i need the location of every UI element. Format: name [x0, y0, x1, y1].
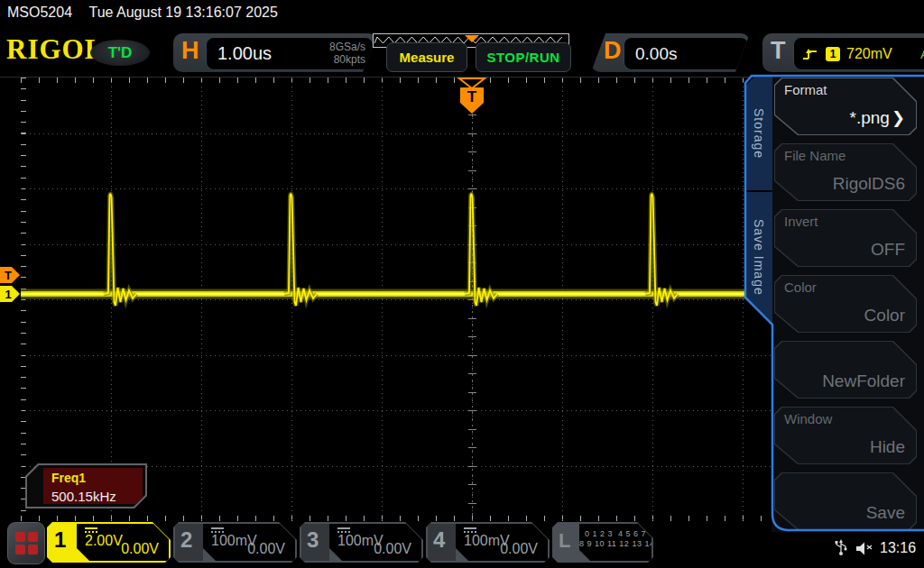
channel-offset: 0.00V: [121, 541, 159, 557]
measurement-freq-box: Freq1 500.15kHz: [25, 463, 147, 508]
dc-coupling-icon: 100mV: [211, 527, 224, 549]
menu-item-save[interactable]: Save: [774, 472, 917, 530]
menu-item-value: OFF: [871, 240, 905, 260]
stop-run-button[interactable]: STOP/RUN: [476, 42, 571, 72]
title-bar: MSO5204 Tue August 19 13:16:07 2025: [7, 5, 924, 34]
trigger-display: 1 720mV A: [793, 37, 924, 70]
model-name: MSO5204: [7, 5, 72, 20]
clock: 13:16: [880, 540, 916, 556]
menu-item-label: Invert: [784, 214, 818, 229]
trigger-level-value: 720mV: [846, 46, 892, 62]
tab-storage[interactable]: Storage: [745, 77, 772, 190]
logic-label: L: [559, 529, 570, 553]
menu-item-label: File Name: [784, 148, 845, 163]
channel-3-box[interactable]: 3 100mV 0.00V: [300, 522, 423, 563]
menu-item-color[interactable]: Color Color: [774, 275, 917, 333]
dc-coupling-icon: 100mV: [337, 527, 350, 549]
channel-readout: 100mV 0.00V: [329, 524, 421, 561]
menu-item-value: *.png❯: [850, 108, 905, 128]
channel-number: 2: [180, 527, 192, 553]
menu-item-label: Format: [784, 82, 827, 97]
sample-rate: 8GSa/s: [329, 41, 365, 53]
logic-row1: 0 1 2 3 4 5 6 7: [579, 529, 651, 539]
measurement-name: Freq1: [51, 471, 143, 485]
rigol-logo: RIGOL: [6, 33, 104, 66]
logic-channels-box[interactable]: L 0 1 2 3 4 5 6 7 8 9 10 11 12 13 14 15: [552, 522, 653, 563]
menu-item-value: Color: [864, 306, 905, 325]
trigger-slope-icon: [801, 47, 819, 61]
menu-item-newfolder[interactable]: NewFolder: [774, 341, 917, 399]
delay-display: 0.00s: [624, 37, 749, 70]
channel-readout: 100mV 0.00V: [203, 524, 295, 561]
oscilloscope-screen: MSO5204 Tue August 19 13:16:07 2025 RIGO…: [0, 0, 924, 568]
menu-item-label: Window: [784, 411, 832, 426]
channel-offset: 0.00V: [247, 541, 285, 557]
measure-button[interactable]: Measure: [386, 42, 467, 72]
speaker-muted-icon: [855, 542, 873, 555]
menu-item-label: Color: [784, 279, 817, 295]
trigger-mode: A: [920, 46, 924, 61]
timebase-value: 1.00us: [217, 43, 272, 64]
channel-1-box[interactable]: 1 2.00V 0.00V: [47, 522, 171, 563]
horizontal-timebase-button[interactable]: H 1.00us 8GSa/s 80kpts: [173, 33, 377, 72]
channel-readout: 100mV 0.00V: [456, 524, 548, 561]
menu-item-file-name[interactable]: File Name RigolDS6: [774, 143, 917, 201]
timebase-display: 1.00us 8GSa/s 80kpts: [206, 37, 374, 70]
datetime: Tue August 19 13:16:07 2025: [89, 5, 278, 20]
channel-number: 4: [433, 527, 445, 553]
tab-save-image-label: Save Image: [752, 219, 766, 296]
dc-coupling-icon: 2.00V: [85, 527, 97, 549]
menu-item-value: NewFolder: [822, 371, 905, 391]
tab-storage-label: Storage: [752, 108, 766, 159]
trigger-button[interactable]: T 1 720mV A: [762, 33, 924, 72]
menu-item-invert[interactable]: Invert OFF: [774, 209, 917, 267]
channel1-waveform-trace: [0, 78, 772, 521]
measurement-value: 500.15kHz: [51, 489, 143, 504]
channel-2-box[interactable]: 2 100mV 0.00V: [173, 522, 297, 563]
menu-item-value: Hide: [870, 437, 905, 457]
trigger-status-badge: T'D: [90, 40, 150, 66]
usb-icon: [835, 539, 847, 557]
channel-offset: 0.00V: [374, 541, 411, 557]
acquisition-rates: 8GSa/s 80kpts: [329, 41, 365, 66]
menu-item-format[interactable]: Format *.png❯: [774, 78, 917, 135]
channel-number: 3: [307, 527, 319, 553]
dc-coupling-icon: 100mV: [464, 527, 476, 549]
channel-readout: 2.00V 0.00V: [77, 524, 169, 561]
logic-row2: 8 9 10 11 12 13 14 15: [579, 539, 651, 549]
menu-grid-button[interactable]: [7, 522, 45, 564]
menu-item-window[interactable]: Window Hide: [774, 407, 917, 464]
t-label: T: [771, 37, 786, 65]
menu-item-value: RigolDS6: [833, 174, 905, 194]
delay-button[interactable]: D 0.00s: [591, 33, 750, 72]
channel-offset: 0.00V: [500, 541, 538, 557]
channel-number: 1: [54, 527, 66, 553]
menu-grid-icon: [15, 532, 38, 554]
trigger-source-badge: 1: [826, 47, 840, 61]
channel-4-box[interactable]: 4 100mV 0.00V: [426, 522, 550, 563]
submenu-arrow-icon: ❯: [892, 109, 905, 127]
menu-item-value: Save: [866, 503, 905, 523]
delay-value: 0.00s: [635, 44, 677, 64]
memory-depth: 80kpts: [329, 53, 365, 66]
h-label: H: [181, 37, 199, 65]
d-label: D: [604, 37, 622, 65]
